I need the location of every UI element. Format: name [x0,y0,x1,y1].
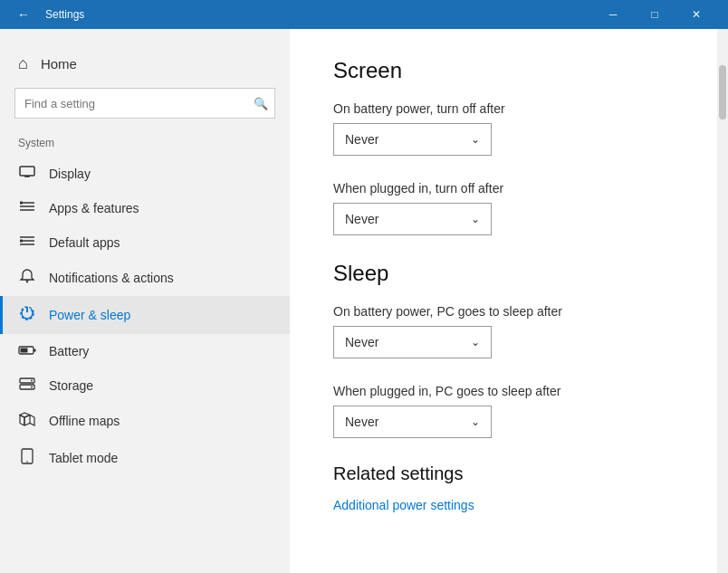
screen-section-title: Screen [333,58,674,83]
sidebar-item-battery-label: Battery [49,344,89,358]
search-icon: 🔍 [254,97,268,110]
titlebar-title: Settings [45,8,592,21]
screen-battery-label: On battery power, turn off after [333,101,674,116]
sleep-plugged-label: When plugged in, PC goes to sleep after [333,384,674,398]
sidebar-item-apps[interactable]: Apps & features [0,191,290,225]
display-icon [18,166,36,182]
apps-icon [18,200,36,216]
sidebar-item-offline-maps-label: Offline maps [49,414,120,428]
sleep-plugged-group: When plugged in, PC goes to sleep after … [333,384,674,438]
default-apps-icon [18,234,36,251]
screen-battery-value: Never [345,132,378,147]
screen-plugged-dropdown[interactable]: Never ⌄ [333,203,492,235]
sidebar-item-notifications[interactable]: Notifications & actions [0,260,290,296]
offline-maps-icon [18,412,36,430]
home-icon [18,54,28,73]
chevron-down-icon-2: ⌄ [471,213,480,225]
search-input[interactable] [14,88,275,119]
svg-point-19 [31,380,33,382]
tablet-mode-icon [18,448,36,468]
sleep-battery-group: On battery power, PC goes to sleep after… [333,304,674,358]
storage-icon [18,377,36,394]
search-box: 🔍 [14,88,275,119]
svg-rect-6 [20,202,23,205]
sidebar-item-tablet-mode-label: Tablet mode [49,451,118,465]
sleep-section-title: Sleep [333,261,674,286]
sidebar-item-apps-label: Apps & features [49,201,139,215]
sidebar-item-default-apps-label: Default apps [49,235,120,250]
titlebar: ← Settings ─ □ ✕ [0,0,728,29]
chevron-down-icon: ⌄ [471,133,480,146]
svg-point-25 [26,461,28,463]
sidebar-item-display[interactable]: Display [0,157,290,191]
svg-rect-16 [34,349,36,352]
scrollbar-thumb[interactable] [719,65,726,119]
window-controls: ─ □ ✕ [592,0,717,29]
close-button[interactable]: ✕ [675,0,717,29]
maximize-button[interactable]: □ [634,0,675,29]
battery-icon [18,343,36,359]
sleep-battery-dropdown[interactable]: Never ⌄ [333,326,492,358]
scrollbar-track [717,29,728,573]
chevron-down-icon-4: ⌄ [471,415,480,428]
notifications-icon [18,269,36,287]
back-button[interactable]: ← [11,2,36,27]
screen-battery-group: On battery power, turn off after Never ⌄ [333,101,674,156]
svg-point-12 [26,282,28,283]
power-icon [18,305,36,325]
sleep-plugged-value: Never [345,415,378,429]
sidebar-item-power-sleep[interactable]: Power & sleep [0,296,290,334]
sidebar-home-label: Home [41,56,77,72]
sidebar-item-power-sleep-label: Power & sleep [49,308,130,322]
sleep-battery-value: Never [345,335,378,349]
screen-plugged-group: When plugged in, turn off after Never ⌄ [333,181,674,235]
screen-plugged-value: Never [345,212,378,226]
sidebar-item-home[interactable]: Home [0,47,290,81]
svg-rect-17 [21,349,28,353]
sidebar-item-notifications-label: Notifications & actions [49,271,174,285]
svg-rect-0 [20,167,34,176]
sidebar-item-storage[interactable]: Storage [0,368,290,403]
additional-power-settings-link[interactable]: Additional power settings [333,498,474,512]
main-layout: Home 🔍 System Display Apps & features [0,29,728,573]
sidebar-item-display-label: Display [49,167,91,181]
svg-rect-10 [20,240,23,243]
sidebar-item-offline-maps[interactable]: Offline maps [0,403,290,439]
sleep-battery-label: On battery power, PC goes to sleep after [333,304,674,319]
sleep-plugged-dropdown[interactable]: Never ⌄ [333,406,492,438]
sidebar: Home 🔍 System Display Apps & features [0,29,290,573]
sidebar-item-storage-label: Storage [49,378,93,393]
sidebar-section-label: System [0,133,290,157]
svg-point-21 [31,387,33,388]
screen-battery-dropdown[interactable]: Never ⌄ [333,123,492,156]
chevron-down-icon-3: ⌄ [471,336,480,349]
minimize-button[interactable]: ─ [592,0,634,29]
screen-plugged-label: When plugged in, turn off after [333,181,674,196]
sidebar-item-battery[interactable]: Battery [0,334,290,368]
related-section-title: Related settings [333,463,674,484]
sidebar-item-default-apps[interactable]: Default apps [0,225,290,260]
content-area: Screen On battery power, turn off after … [290,29,717,573]
sidebar-item-tablet-mode[interactable]: Tablet mode [0,439,290,477]
